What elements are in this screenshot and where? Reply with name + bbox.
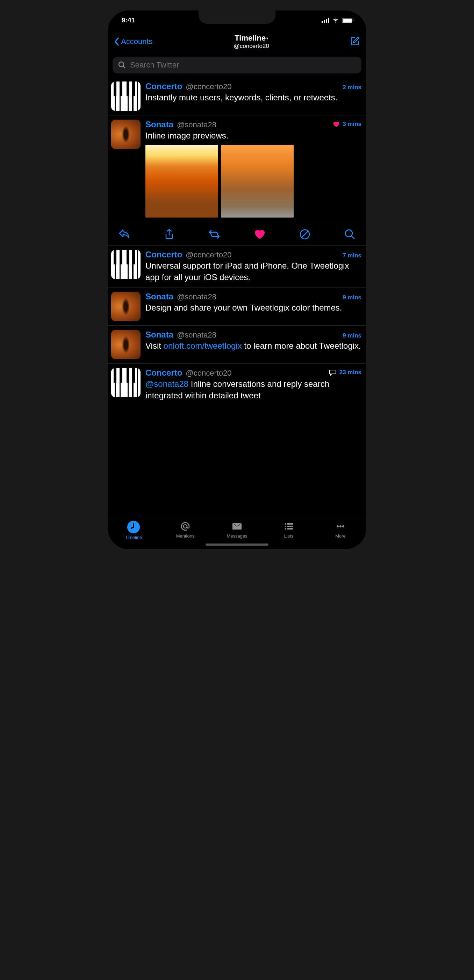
svg-line-1 bbox=[123, 66, 125, 68]
tweet-author-name[interactable]: Concerto bbox=[146, 250, 182, 259]
svg-point-13 bbox=[337, 525, 339, 527]
search-container bbox=[108, 53, 366, 77]
avatar[interactable] bbox=[111, 292, 141, 321]
svg-rect-12 bbox=[287, 528, 293, 530]
search-icon bbox=[118, 61, 126, 69]
tab-timeline[interactable]: Timeline bbox=[108, 521, 159, 549]
tweet-author-handle[interactable]: @sonata28 bbox=[177, 293, 216, 301]
status-time: 9:41 bbox=[122, 16, 135, 24]
tweet-row[interactable]: Sonata @sonata28 9 mins Visit onloft.com… bbox=[108, 326, 366, 364]
messages-icon bbox=[231, 521, 243, 532]
tweet-author-name[interactable]: Sonata bbox=[146, 292, 173, 301]
retweet-icon[interactable] bbox=[208, 228, 220, 240]
svg-rect-8 bbox=[287, 523, 293, 525]
tweet-content: Sonata @sonata28 3 mins Inline image pre… bbox=[146, 119, 361, 218]
share-icon[interactable] bbox=[163, 228, 175, 240]
tweet-timestamp: 9 mins bbox=[342, 294, 361, 301]
home-indicator[interactable] bbox=[206, 544, 268, 546]
tweet-images bbox=[146, 145, 361, 218]
svg-rect-11 bbox=[285, 528, 286, 530]
tweet-author-handle[interactable]: @concerto20 bbox=[185, 82, 231, 91]
avatar[interactable] bbox=[111, 81, 141, 111]
tweet-author-handle[interactable]: @concerto20 bbox=[185, 250, 231, 259]
tweet-body: Universal support for iPad and iPhone. O… bbox=[146, 260, 361, 283]
tweet-timestamp: 3 mins bbox=[333, 121, 361, 128]
timeline-icon bbox=[127, 521, 140, 533]
svg-rect-10 bbox=[287, 526, 293, 527]
phone-frame: 9:41 Accounts Timeline▾ @concerto20 bbox=[104, 7, 370, 553]
avatar[interactable] bbox=[111, 368, 141, 397]
tab-mentions[interactable]: Mentions bbox=[159, 521, 211, 549]
heart-icon bbox=[333, 121, 340, 127]
tweet-content: Concerto @concerto20 2 mins Instantly mu… bbox=[146, 81, 361, 111]
tweet-author-handle[interactable]: @sonata28 bbox=[177, 331, 216, 340]
mentions-icon bbox=[180, 521, 191, 532]
search-input[interactable] bbox=[130, 60, 356, 70]
phone-screen: 9:41 Accounts Timeline▾ @concerto20 bbox=[108, 11, 366, 549]
nav-subtitle: @concerto20 bbox=[234, 43, 269, 50]
block-icon[interactable] bbox=[299, 228, 311, 240]
back-button[interactable]: Accounts bbox=[114, 37, 153, 46]
tab-label: More bbox=[335, 533, 346, 539]
timeline[interactable]: Concerto @concerto20 2 mins Instantly mu… bbox=[108, 77, 366, 518]
tab-lists[interactable]: Lists bbox=[263, 521, 315, 549]
tab-label: Messages bbox=[227, 533, 247, 539]
tweet-timestamp: 9 mins bbox=[342, 332, 361, 339]
compose-icon bbox=[350, 36, 360, 46]
tweet-actions-bar bbox=[108, 222, 366, 245]
status-right bbox=[322, 18, 352, 23]
tweet-body: @sonata28 Inline conversations and reply… bbox=[146, 379, 361, 401]
svg-line-5 bbox=[351, 236, 354, 239]
avatar[interactable] bbox=[111, 250, 141, 279]
notch bbox=[198, 11, 276, 24]
tweet-content: Sonata @sonata28 9 mins Design and share… bbox=[146, 292, 361, 321]
tweet-row[interactable]: Concerto @concerto20 23 mins @sonata28 I… bbox=[108, 364, 366, 406]
back-label: Accounts bbox=[121, 37, 153, 46]
tweet-timestamp: 2 mins bbox=[342, 84, 361, 91]
avatar[interactable] bbox=[111, 119, 141, 149]
tweet-content: Sonata @sonata28 9 mins Visit onloft.com… bbox=[146, 330, 361, 359]
tweet-body: Inline image previews. bbox=[146, 130, 361, 141]
tweet-author-name[interactable]: Sonata bbox=[146, 330, 173, 340]
tweet-row[interactable]: Concerto @concerto20 7 mins Universal su… bbox=[108, 245, 366, 288]
lists-icon bbox=[283, 521, 294, 532]
tab-label: Mentions bbox=[176, 533, 195, 539]
tab-more[interactable]: More bbox=[315, 521, 366, 549]
tweet-timestamp: 23 mins bbox=[329, 369, 361, 376]
nav-title[interactable]: Timeline▾ @concerto20 bbox=[234, 33, 269, 50]
tweet-row[interactable]: Sonata @sonata28 3 mins Inline image pre… bbox=[108, 115, 366, 222]
nav-bar: Accounts Timeline▾ @concerto20 bbox=[108, 30, 366, 53]
svg-point-15 bbox=[342, 525, 344, 527]
tab-label: Lists bbox=[284, 533, 293, 539]
tweet-author-handle[interactable]: @concerto20 bbox=[185, 369, 231, 378]
avatar[interactable] bbox=[111, 330, 141, 359]
tweet-content: Concerto @concerto20 7 mins Universal su… bbox=[146, 250, 361, 283]
reply-icon[interactable] bbox=[118, 228, 130, 240]
svg-rect-7 bbox=[285, 523, 286, 525]
search-bar[interactable] bbox=[113, 57, 361, 73]
svg-line-3 bbox=[302, 231, 308, 237]
comment-icon bbox=[329, 369, 337, 375]
tweet-image[interactable] bbox=[146, 145, 218, 218]
tweet-author-name[interactable]: Concerto bbox=[146, 368, 182, 378]
tweet-body: Design and share your own Tweetlogix col… bbox=[146, 302, 361, 313]
cellular-signal-icon bbox=[322, 18, 329, 23]
like-icon[interactable] bbox=[254, 228, 266, 240]
tweet-author-handle[interactable]: @sonata28 bbox=[177, 120, 216, 129]
svg-rect-9 bbox=[285, 526, 286, 527]
chevron-left-icon bbox=[114, 37, 120, 46]
tweet-link[interactable]: onloft.com/tweetlogix bbox=[163, 341, 242, 350]
tweet-author-name[interactable]: Sonata bbox=[146, 119, 173, 129]
battery-icon bbox=[342, 18, 352, 23]
svg-point-14 bbox=[339, 525, 341, 527]
search-tweet-icon[interactable] bbox=[344, 228, 356, 240]
svg-point-0 bbox=[119, 62, 124, 67]
tweet-author-name[interactable]: Concerto bbox=[146, 81, 182, 91]
wifi-icon bbox=[332, 18, 339, 23]
tweet-row[interactable]: Sonata @sonata28 9 mins Design and share… bbox=[108, 288, 366, 326]
compose-button[interactable] bbox=[350, 36, 360, 47]
tweet-row[interactable]: Concerto @concerto20 2 mins Instantly mu… bbox=[108, 77, 366, 115]
more-icon bbox=[335, 521, 346, 532]
tweet-mention[interactable]: @sonata28 bbox=[146, 379, 189, 388]
tweet-image[interactable] bbox=[221, 145, 293, 218]
